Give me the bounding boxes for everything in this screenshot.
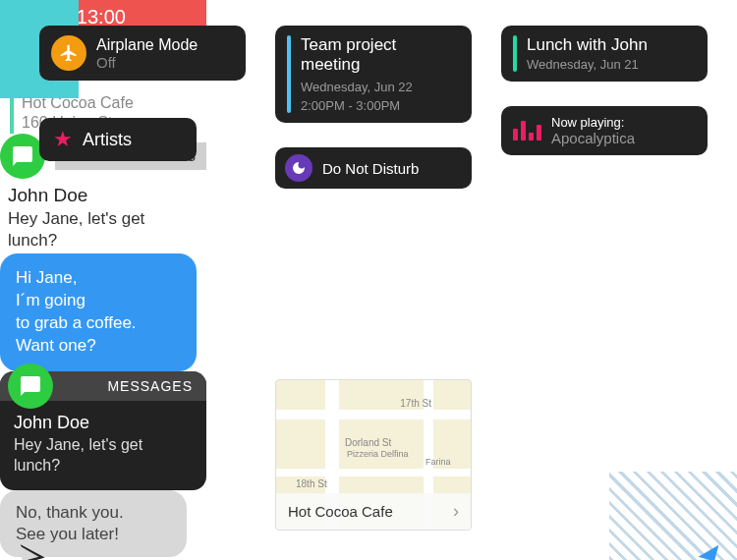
lunch-title: Lunch with John bbox=[527, 35, 648, 55]
message-body: Hey Jane, let's get lunch? bbox=[0, 206, 206, 253]
messages-header: MESSAGES bbox=[63, 378, 206, 394]
message-notification-dark[interactable]: MESSAGES John Doe Hey Jane, let's get lu… bbox=[0, 371, 206, 490]
map-place-bar[interactable]: Hot Cocoa Cafe › bbox=[276, 493, 471, 530]
star-icon: ★ bbox=[53, 127, 73, 152]
meeting-title: Team project meeting bbox=[301, 35, 460, 76]
now-playing-card[interactable]: Now playing: Apocalyptica bbox=[501, 106, 708, 155]
chevron-right-icon: › bbox=[453, 501, 459, 522]
lunch-event-card[interactable]: Lunch with John Wednesday, Jun 21 bbox=[501, 26, 708, 82]
artists-card[interactable]: ★ Artists bbox=[39, 118, 197, 161]
lunch-date: Wednesday, Jun 21 bbox=[527, 57, 648, 72]
meeting-card[interactable]: Team project meeting Wednesday, Jun 22 2… bbox=[275, 26, 472, 123]
airplane-status: Off bbox=[96, 54, 198, 71]
chat-bubble-outgoing[interactable]: Hi Jane, I´m going to grab a coffee. Wan… bbox=[0, 253, 197, 371]
dnd-card[interactable]: Do Not Disturb bbox=[275, 147, 472, 189]
chat-text: Hi Jane, I´m going to grab a coffee. Wan… bbox=[16, 268, 137, 355]
nowplaying-track: Apocalyptica bbox=[551, 130, 635, 146]
message-body: Hey Jane, let's get lunch? bbox=[0, 435, 206, 476]
dnd-label: Do Not Disturb bbox=[322, 160, 419, 177]
moon-icon bbox=[285, 154, 312, 182]
chat-bubble-incoming[interactable]: No, thank you. See you later! bbox=[0, 490, 187, 557]
meeting-date: Wednesday, Jun 22 bbox=[301, 80, 460, 94]
airplane-icon bbox=[51, 35, 86, 71]
airplane-mode-card[interactable]: Airplane Mode Off bbox=[39, 26, 246, 81]
meeting-time: 2:00PM - 3:00PM bbox=[301, 98, 460, 113]
accent-bar bbox=[287, 35, 291, 113]
artists-label: Artists bbox=[83, 130, 132, 150]
nowplaying-label: Now playing: bbox=[551, 115, 635, 130]
chat-text: No, thank you. See you later! bbox=[16, 503, 124, 543]
message-sender: John Doe bbox=[0, 185, 206, 206]
messages-icon bbox=[8, 364, 53, 409]
airplane-title: Airplane Mode bbox=[96, 36, 198, 54]
equalizer-icon bbox=[513, 121, 541, 140]
map-card[interactable]: 17th St Dorland St 18th St Pizzeria Delf… bbox=[275, 379, 472, 531]
map-place-name: Hot Cocoa Cafe bbox=[288, 503, 393, 520]
accent-bar bbox=[513, 35, 517, 72]
